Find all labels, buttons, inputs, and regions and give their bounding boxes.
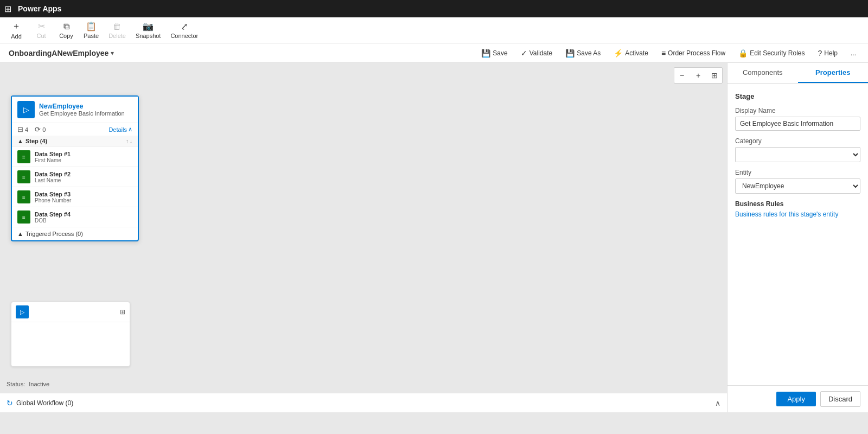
mini-card-header: ▷ ⊞ xyxy=(11,302,130,322)
stage-meta: ⊟ 4 ⟳ 0 Details ∧ xyxy=(12,123,138,136)
category-select[interactable] xyxy=(735,147,860,162)
copy-button[interactable]: ⧉ Copy xyxy=(54,20,78,41)
discard-button[interactable]: Discard xyxy=(820,391,860,407)
stage-subtitle: Get Employee Basic Information xyxy=(39,110,125,117)
add-button[interactable]: ＋ Add xyxy=(4,18,28,42)
step-count: ⊟ 4 xyxy=(17,125,28,133)
tab-components[interactable]: Components xyxy=(727,63,798,83)
activate-button[interactable]: ⚡ Activate xyxy=(608,47,654,60)
snapshot-button[interactable]: 📷 Snapshot xyxy=(131,19,165,41)
canvas[interactable]: − + ⊞ ▷ NewEmployee Get Employee Basic I… xyxy=(0,63,727,412)
save-label: Save xyxy=(493,49,507,57)
paste-icon: 📋 xyxy=(86,21,97,31)
branch-count: ⟳ 0 xyxy=(35,125,46,133)
step-2-subtitle: Last Name xyxy=(35,177,71,183)
save-toolbar-button[interactable]: 💾 Save xyxy=(476,47,513,60)
step-2-icon-symbol: ≡ xyxy=(22,174,25,180)
order-process-flow-label: Order Process Flow xyxy=(668,49,725,57)
step-count-value: 4 xyxy=(25,126,28,133)
global-workflow-title: ↻ Global Workflow (0) xyxy=(7,399,73,407)
step-4-title: Data Step #4 xyxy=(35,211,71,218)
global-workflow-chevron-icon[interactable]: ∧ xyxy=(715,399,720,407)
panel-footer: Apply Discard xyxy=(727,385,868,412)
business-rules-link[interactable]: Business rules for this stage's entity xyxy=(735,210,838,218)
step-section-header: ▲ Step (4) ↑ ↓ xyxy=(12,136,138,146)
apply-button[interactable]: Apply xyxy=(776,392,816,406)
step-4-info: Data Step #4 DOB xyxy=(35,211,71,224)
edit-security-roles-label: Edit Security Roles xyxy=(750,49,805,57)
branch-count-icon: ⟳ xyxy=(35,125,41,133)
paste-button[interactable]: 📋 Paste xyxy=(79,19,103,41)
global-workflow-icon: ↻ xyxy=(7,399,13,407)
stage-title: NewEmployee xyxy=(39,103,125,110)
cut-button[interactable]: ✂ Cut xyxy=(29,19,53,41)
category-label: Category xyxy=(735,137,860,145)
step-4-icon: ≡ xyxy=(17,210,30,224)
delete-button[interactable]: 🗑 Delete xyxy=(104,20,130,41)
step-3-icon: ≡ xyxy=(17,190,30,203)
help-button[interactable]: ? Help xyxy=(813,47,843,60)
breadcrumb-dropdown-icon[interactable]: ▾ xyxy=(111,49,114,57)
validate-button[interactable]: ✓ Validate xyxy=(515,47,558,60)
add-icon: ＋ xyxy=(12,21,21,32)
zoom-out-button[interactable]: − xyxy=(674,68,690,83)
panel-section-title: Stage xyxy=(735,92,860,100)
zoom-in-button[interactable]: + xyxy=(691,68,706,83)
sort-down-icon[interactable]: ↓ xyxy=(130,138,132,144)
step-3-title: Data Step #3 xyxy=(35,191,71,197)
step-triangle-icon: ▲ xyxy=(17,138,23,144)
save-as-button[interactable]: 💾 Save As xyxy=(560,47,606,60)
waffle-icon[interactable]: ⊞ xyxy=(4,4,11,14)
entity-label: Entity xyxy=(735,169,860,176)
activate-label: Activate xyxy=(625,49,648,57)
step-1[interactable]: ≡ Data Step #1 First Name xyxy=(12,146,138,167)
edit-security-roles-icon: 🔒 xyxy=(738,49,748,58)
triggered-triangle-icon: ▲ xyxy=(17,231,23,237)
status-value: Inactive xyxy=(29,381,49,387)
stage-icon: ▷ xyxy=(17,101,35,118)
step-2[interactable]: ≡ Data Step #2 Last Name xyxy=(12,167,138,187)
triggered-process-section: ▲ Triggered Process (0) xyxy=(12,227,138,240)
more-button[interactable]: ... xyxy=(845,47,861,59)
snapshot-icon: 📷 xyxy=(143,21,154,31)
step-section-label: Step (4) xyxy=(25,138,47,144)
status-bar: Status: Inactive xyxy=(0,379,56,390)
edit-security-roles-button[interactable]: 🔒 Edit Security Roles xyxy=(733,47,810,60)
step-1-info: Data Step #1 First Name xyxy=(35,151,71,163)
step-4[interactable]: ≡ Data Step #4 DOB xyxy=(12,207,138,227)
details-button[interactable]: Details ∧ xyxy=(108,126,132,133)
stage-info: NewEmployee Get Employee Basic Informati… xyxy=(39,103,125,117)
activate-icon: ⚡ xyxy=(614,49,623,58)
panel-tabs: Components Properties xyxy=(727,63,868,84)
display-name-input[interactable] xyxy=(735,117,860,131)
details-chevron-icon: ∧ xyxy=(128,126,132,133)
more-label: ... xyxy=(851,49,856,57)
mini-expand-icon[interactable]: ⊞ xyxy=(120,308,125,316)
connector-button[interactable]: ⤤ Connector xyxy=(166,19,202,41)
validate-icon: ✓ xyxy=(521,49,527,58)
tab-properties[interactable]: Properties xyxy=(798,63,869,83)
delete-icon: 🗑 xyxy=(113,22,122,31)
secondary-bar: OnboardingANewEmployee ▾ 💾 Save ✓ Valida… xyxy=(0,43,868,63)
step-1-subtitle: First Name xyxy=(35,157,71,163)
connector-icon: ⤤ xyxy=(181,21,188,31)
sort-up-icon[interactable]: ↑ xyxy=(126,138,129,144)
global-workflow-bar[interactable]: ↻ Global Workflow (0) ∧ xyxy=(0,393,727,412)
stage-header: ▷ NewEmployee Get Employee Basic Informa… xyxy=(12,97,138,123)
save-as-label: Save As xyxy=(577,49,601,57)
copy-icon: ⧉ xyxy=(63,22,69,31)
fit-button[interactable]: ⊞ xyxy=(707,68,722,83)
entity-select[interactable]: NewEmployee xyxy=(735,178,860,194)
zoom-controls: − + ⊞ xyxy=(674,67,723,84)
help-label: Help xyxy=(824,49,838,57)
mini-icon-symbol: ▷ xyxy=(20,309,24,316)
step-2-title: Data Step #2 xyxy=(35,171,71,177)
mini-stage-card[interactable]: ▷ ⊞ xyxy=(11,302,130,367)
breadcrumb-title: OnboardingANewEmployee xyxy=(9,49,108,58)
command-bar: ＋ Add ✂ Cut ⧉ Copy 📋 Paste 🗑 Delete 📷 Sn… xyxy=(0,17,868,43)
stage-card[interactable]: ▷ NewEmployee Get Employee Basic Informa… xyxy=(11,95,139,241)
order-process-flow-icon: ≡ xyxy=(661,49,666,58)
step-3[interactable]: ≡ Data Step #3 Phone Number xyxy=(12,187,138,207)
step-2-icon: ≡ xyxy=(17,170,30,183)
order-process-flow-button[interactable]: ≡ Order Process Flow xyxy=(656,47,731,60)
